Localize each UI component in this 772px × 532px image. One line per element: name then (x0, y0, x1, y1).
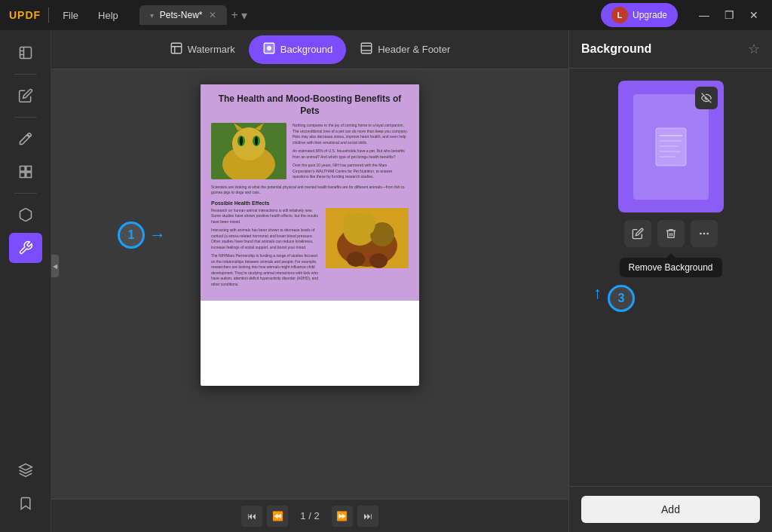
menu-help[interactable]: Help (92, 7, 124, 24)
prev-page-button[interactable]: ⏪ (267, 506, 288, 527)
callout3-arrow: ↑ (593, 285, 602, 301)
cat-image (211, 123, 286, 179)
add-background-button[interactable]: Add (581, 496, 760, 523)
sidebar-collapse-handle[interactable]: ◀ (51, 255, 59, 277)
favorite-star-icon[interactable]: ☆ (748, 41, 760, 57)
toggle-visibility-button[interactable] (695, 87, 718, 109)
svg-point-29 (369, 253, 388, 268)
svg-point-39 (700, 233, 702, 235)
callout2-arrow: ↓ (306, 30, 314, 32)
svg-rect-4 (20, 167, 25, 172)
tab-close-icon[interactable]: ✕ (209, 10, 216, 20)
page-container: 1 → The Health and Mood-Boosting Benefit… (201, 84, 419, 386)
background-card (618, 81, 724, 212)
sidebar-icon-annotate[interactable] (9, 124, 42, 154)
callout3-container: ↑ 3 (581, 285, 760, 312)
watermark-tool[interactable]: Watermark (156, 35, 249, 64)
svg-point-31 (363, 212, 375, 234)
svg-point-19 (240, 136, 243, 145)
page-effects-text: Research on human-animal interactions is… (211, 208, 320, 288)
tabs-chevron-icon[interactable]: ▾ (241, 8, 247, 23)
card-preview (633, 94, 709, 200)
paragraph3: Over the past 10 years, NIH has partnere… (293, 163, 409, 180)
paragraph1: Nothing compares to the joy of coming ho… (293, 123, 409, 145)
paragraph2: An estimated 68% of U.S. households have… (293, 148, 409, 160)
svg-rect-33 (656, 128, 686, 166)
svg-rect-9 (171, 43, 182, 54)
pagination-bar: ⏮ ⏪ 1 / 2 ⏩ ⏭ (51, 499, 568, 532)
main-layout: ◀ Watermark Background 2 ↓ (0, 30, 772, 532)
last-page-button[interactable]: ⏭ (357, 506, 378, 527)
background-tool-icon (262, 41, 276, 58)
background-tool[interactable]: Background 2 ↓ (249, 35, 346, 64)
svg-point-21 (255, 136, 258, 145)
svg-rect-7 (26, 173, 31, 178)
header-footer-icon (360, 41, 373, 58)
section-title: Possible Health Effects (211, 200, 409, 206)
header-footer-tool[interactable]: Header & Footer (346, 35, 464, 64)
page-intro-text: Nothing compares to the joy of coming ho… (293, 123, 409, 180)
svg-rect-12 (361, 43, 372, 54)
upgrade-button[interactable]: L Upgrade (601, 3, 678, 27)
right-panel-header: Background ☆ (569, 30, 772, 69)
card-action-buttons: Remove Background (581, 220, 760, 247)
content-area: Watermark Background 2 ↓ Header & Footer (51, 30, 568, 532)
current-tab[interactable]: ▾ Pets-New* ✕ (139, 5, 227, 25)
tab-dropdown-icon[interactable]: ▾ (150, 11, 154, 20)
paragraph4: Scientists are looking at what the poten… (211, 185, 409, 196)
user-avatar: L (611, 7, 628, 23)
remove-background-tooltip: Remove Background (619, 258, 721, 277)
upgrade-label: Upgrade (633, 10, 667, 20)
paragraph7: The NIH/Mars Partnership is funding a ra… (211, 253, 320, 287)
svg-rect-5 (26, 167, 31, 172)
add-tab-button[interactable]: + (231, 8, 238, 22)
tooltip-arrow (666, 253, 676, 258)
sidebar-icon-organize[interactable] (9, 157, 42, 187)
pdf-page: The Health and Mood-Boosting Benefits of… (201, 84, 419, 386)
paragraph5: Research on human-animal interactions is… (211, 208, 320, 225)
svg-point-40 (703, 233, 705, 235)
callout1-arrow: → (149, 227, 166, 243)
right-panel: Background ☆ (568, 30, 772, 532)
restore-button[interactable]: ❐ (720, 8, 739, 23)
tab-label: Pets-New* (160, 10, 203, 20)
sidebar-icon-tools[interactable] (9, 233, 42, 263)
sidebar-divider2 (14, 117, 37, 118)
close-button[interactable]: ✕ (745, 8, 763, 23)
watermark-icon (170, 41, 183, 58)
app-logo: UPDF (9, 9, 41, 21)
sidebar-icon-edit[interactable] (9, 81, 42, 111)
sidebar-icon-bookmark[interactable] (9, 488, 42, 518)
menu-file[interactable]: File (57, 7, 84, 24)
sidebar-divider3 (14, 193, 37, 194)
sidebar-icon-convert[interactable] (9, 200, 42, 230)
tab-bar: ▾ Pets-New* ✕ + ▾ (139, 5, 593, 25)
edit-background-button[interactable] (624, 220, 651, 247)
document-viewer[interactable]: 1 → The Health and Mood-Boosting Benefit… (51, 69, 568, 499)
callout-1: 1 (118, 222, 145, 249)
svg-rect-6 (20, 173, 25, 178)
paragraph6: Interacting with animals has been shown … (211, 228, 320, 250)
page-bottom-content: Research on human-animal interactions is… (211, 208, 409, 288)
left-sidebar: ◀ (0, 30, 51, 532)
toolbar: Watermark Background 2 ↓ Header & Footer (51, 30, 568, 69)
svg-point-11 (267, 46, 271, 50)
delete-button-container: Remove Background (657, 220, 685, 247)
divider1 (48, 8, 49, 23)
svg-point-28 (347, 252, 365, 267)
sidebar-icon-reader[interactable] (9, 38, 42, 68)
minimize-button[interactable]: — (694, 8, 714, 23)
more-options-button[interactable] (691, 220, 718, 247)
page-background: The Health and Mood-Boosting Benefits of… (201, 84, 419, 301)
callout-3: 3 (608, 285, 635, 312)
add-button-container: Add (569, 486, 772, 532)
first-page-button[interactable]: ⏮ (241, 506, 262, 527)
delete-background-button[interactable] (657, 220, 685, 247)
header-footer-label: Header & Footer (378, 44, 450, 55)
tooltip-text: Remove Background (628, 262, 712, 273)
callout2-container: 2 ↓ (296, 30, 323, 32)
sidebar-icon-layers[interactable] (9, 455, 42, 485)
svg-point-30 (344, 212, 356, 234)
window-controls: — ❐ ✕ (694, 8, 763, 23)
next-page-button[interactable]: ⏩ (332, 506, 353, 527)
